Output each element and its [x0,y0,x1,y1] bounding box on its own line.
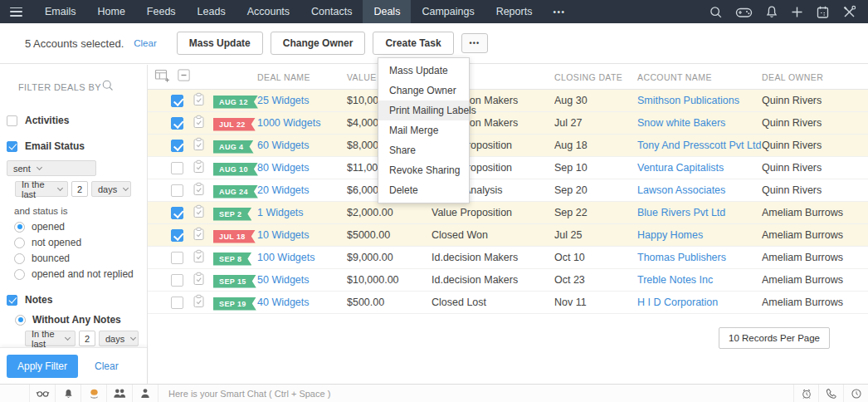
menu-item[interactable]: Mail Merge [378,120,469,140]
deal-name-link[interactable]: 25 Widgets [257,95,347,106]
notes-days-count-input[interactable] [79,331,95,346]
activities-checkbox[interactable] [7,115,17,126]
menu-item[interactable]: Revoke Sharing [378,160,469,180]
smart-chat-input[interactable]: Here is your Smart Chat ( Ctrl + Space ) [158,385,793,402]
nav-item[interactable]: Reports [485,0,544,23]
group-icon[interactable] [107,385,133,402]
tools-icon[interactable] [842,5,856,19]
filter-activities[interactable]: Activities [7,115,139,126]
row-checkbox[interactable] [171,140,183,152]
menu-item[interactable]: Share [378,140,469,160]
sent-select[interactable]: sent [7,160,96,176]
create-task-button[interactable]: Create Task [373,32,453,55]
nav-item[interactable]: Accounts [237,0,300,23]
row-checkbox[interactable] [171,229,183,242]
header-deal-owner[interactable]: DEAL OWNER [762,72,868,82]
nav-item[interactable]: Leads [187,0,237,23]
table-settings-icon[interactable] [154,68,170,86]
nav-item[interactable]: Emails [34,0,87,23]
deal-name-link[interactable]: 40 Widgets [257,297,347,308]
row-checkbox[interactable] [171,162,183,174]
nav-more-button[interactable]: ••• [543,7,575,17]
mass-update-button[interactable]: Mass Update [177,32,263,55]
row-checkbox[interactable] [171,95,183,107]
without-notes-radio[interactable] [15,315,26,326]
option-not-opened[interactable]: not opened [14,237,139,248]
option-opened-not-replied[interactable]: opened and not replied [14,268,139,280]
row-checkbox[interactable] [171,297,183,309]
nav-item[interactable]: Campaings [411,0,485,23]
header-closing-date[interactable]: CLOSING DATE [554,72,637,82]
filter-notes[interactable]: Notes [7,294,139,306]
filter-search-icon[interactable] [101,79,117,95]
deal-name-link[interactable]: 50 Widgets [257,274,347,286]
account-name-link[interactable]: Blue Rivers Pvt Ltd [637,207,762,218]
menu-item[interactable]: Print Mailing Labels [378,100,469,120]
opened-radio[interactable] [14,222,25,233]
deal-name-link[interactable]: 1 Widgets [257,207,347,218]
calendar-icon[interactable] [816,5,830,19]
deal-name-link[interactable]: 80 Widgets [257,162,347,174]
nav-item[interactable]: Feeds [136,0,187,23]
option-without-notes[interactable]: Without Any Notes [15,314,139,326]
in-the-last-select[interactable]: In the last [15,181,68,197]
filter-clear-link[interactable]: Clear [95,360,119,372]
row-checkbox[interactable] [171,184,183,197]
row-checkbox[interactable] [171,207,183,219]
row-checkbox[interactable] [171,117,183,130]
glasses-icon[interactable] [30,385,56,402]
account-name-link[interactable]: Thomas Publishers [637,252,762,263]
option-bounced[interactable]: bounced [14,252,139,264]
apply-filter-button[interactable]: Apply Filter [7,355,78,378]
bounced-radio[interactable] [14,253,25,264]
days-count-input[interactable] [71,181,88,197]
email-status-checkbox[interactable] [7,141,17,152]
more-actions-button[interactable]: ••• [461,33,488,53]
search-icon[interactable] [709,5,723,19]
account-name-link[interactable]: H I D Corporation [637,297,762,308]
gamepad-icon[interactable] [735,5,753,19]
menu-item[interactable]: Delete [378,180,469,200]
select-all-checkbox[interactable] [178,69,190,85]
menu-item[interactable]: Mass Update [378,61,469,81]
clock-icon[interactable] [843,385,868,402]
hamburger-menu-icon[interactable] [10,7,22,17]
not-opened-radio[interactable] [14,238,25,248]
account-name-link[interactable]: Smithson Publications [637,95,762,106]
menu-item[interactable]: Change Owner [378,81,469,100]
account-name-link[interactable]: Lawson Associates [637,184,762,196]
change-owner-button[interactable]: Change Owner [271,32,366,55]
deal-name-link[interactable]: 100 Widgets [257,252,347,263]
option-opened[interactable]: opened [14,221,139,233]
notes-checkbox[interactable] [7,295,17,306]
nav-item[interactable]: Contacts [300,0,363,23]
clear-selection-link[interactable]: Clear [134,38,156,48]
deal-name-link[interactable]: 1000 Widgets [257,117,347,129]
person-icon[interactable] [133,385,158,402]
opened-not-replied-radio[interactable] [14,269,25,280]
nav-item[interactable]: Home [87,0,136,23]
notes-days-unit-select[interactable]: days [99,331,139,346]
deal-name-link[interactable]: 60 Widgets [257,140,347,151]
account-name-link[interactable]: Snow white Bakers [637,117,762,129]
nav-item[interactable]: Deals [363,0,411,23]
account-name-link[interactable]: Tony And Presscott Pvt Ltd [637,140,762,151]
plus-icon[interactable] [791,6,803,18]
days-unit-select[interactable]: days [91,181,131,197]
deal-name-link[interactable]: 10 Widgets [257,229,347,241]
phone-icon[interactable] [818,385,843,402]
row-checkbox[interactable] [171,274,183,287]
filter-email-status[interactable]: Email Status [7,140,139,152]
notifications-bell-icon[interactable] [56,385,81,402]
notes-in-the-last-select[interactable]: In the last [25,331,76,346]
account-name-link[interactable]: Ventura Capitalists [637,162,762,174]
alarm-icon[interactable] [793,385,818,402]
records-per-page-select[interactable]: 10 Records Per Page [719,327,830,349]
bell-icon[interactable] [765,5,778,19]
assistant-icon[interactable] [81,385,107,402]
row-checkbox[interactable] [171,252,183,264]
header-deal-name[interactable]: DEAL NAME [257,72,347,82]
account-name-link[interactable]: Happy Homes [637,229,762,241]
header-account-name[interactable]: ACCOUNT NAME [637,72,762,82]
account-name-link[interactable]: Treble Notes Inc [637,274,762,286]
